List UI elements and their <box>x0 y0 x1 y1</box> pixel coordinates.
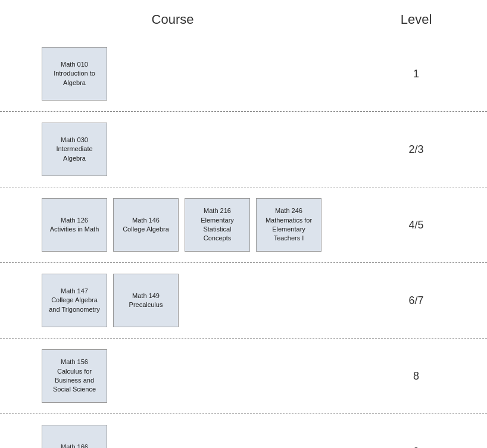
rows-container: Math 010 Introduction to Algebra1Math 03… <box>0 36 487 448</box>
header-row: Course Level <box>0 12 487 33</box>
courses-area: Math 147 College Algebra and Trigonometr… <box>0 274 345 327</box>
course-card[interactable]: Math 030 Intermediate Algebra <box>42 123 107 176</box>
level-label: 1 <box>345 68 487 80</box>
course-header: Course <box>0 12 345 27</box>
level-row: Math 166 Calculus I9 <box>0 414 487 448</box>
courses-area: Math 166 Calculus I <box>0 425 345 448</box>
course-card[interactable]: Math 010 Introduction to Algebra <box>42 47 107 101</box>
level-header: Level <box>345 12 487 27</box>
courses-area: Math 156 Calculus for Business and Socia… <box>0 349 345 403</box>
courses-area: Math 010 Introduction to Algebra <box>0 47 345 101</box>
course-card[interactable]: Math 216 Elementary Statistical Concepts <box>185 198 250 252</box>
level-row: Math 147 College Algebra and Trigonometr… <box>0 263 487 339</box>
course-card[interactable]: Math 146 College Algebra <box>113 198 179 252</box>
course-card[interactable]: Math 149 Precalculus <box>113 274 179 327</box>
courses-area: Math 030 Intermediate Algebra <box>0 123 345 176</box>
level-label: 2/3 <box>345 143 487 156</box>
level-row: Math 156 Calculus for Business and Socia… <box>0 339 487 414</box>
course-card[interactable]: Math 126 Activities in Math <box>42 198 107 252</box>
level-label: 4/5 <box>345 219 487 231</box>
course-card[interactable]: Math 156 Calculus for Business and Socia… <box>42 349 107 403</box>
page-container: Course Level Math 010 Introduction to Al… <box>0 0 487 448</box>
level-label: 9 <box>345 446 487 449</box>
course-card[interactable]: Math 147 College Algebra and Trigonometr… <box>42 274 107 327</box>
level-row: Math 030 Intermediate Algebra2/3 <box>0 112 487 187</box>
level-row: Math 126 Activities in MathMath 146 Coll… <box>0 187 487 263</box>
level-label: 8 <box>345 370 487 383</box>
level-row: Math 010 Introduction to Algebra1 <box>0 36 487 112</box>
level-label: 6/7 <box>345 295 487 307</box>
course-card[interactable]: Math 246 Mathematics for Elementary Teac… <box>256 198 321 252</box>
course-card[interactable]: Math 166 Calculus I <box>42 425 107 448</box>
courses-area: Math 126 Activities in MathMath 146 Coll… <box>0 198 345 252</box>
